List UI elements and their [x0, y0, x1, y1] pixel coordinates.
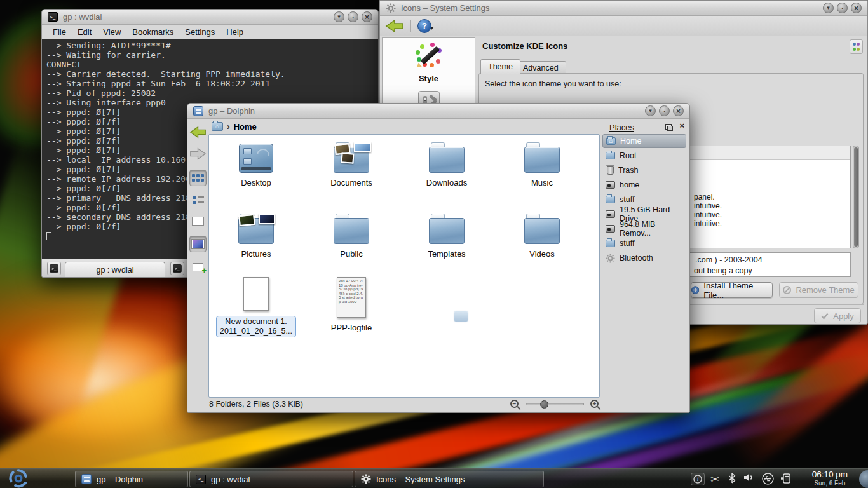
panel-cashew-icon[interactable]: [859, 470, 868, 488]
help-button[interactable]: [417, 19, 431, 33]
notifications-info-icon[interactable]: i: [691, 473, 705, 485]
folder-item[interactable]: Pictures: [212, 214, 301, 259]
install-theme-button[interactable]: Install Theme File...: [691, 282, 773, 298]
menu-file[interactable]: File: [47, 26, 72, 38]
folder-item[interactable]: Downloads: [402, 142, 491, 187]
zoom-out-icon[interactable]: −: [510, 400, 519, 408]
dolphin-window-title: gp – Dolphin: [208, 106, 255, 116]
drive-icon: [606, 210, 615, 218]
tab-theme[interactable]: Theme: [480, 59, 520, 74]
close-button[interactable]: [673, 105, 684, 116]
taskbar-task-dolphin[interactable]: gp – Dolphin: [75, 471, 188, 487]
menu-settings[interactable]: Settings: [179, 26, 220, 38]
select-theme-label: Select the icon theme you want to use:: [485, 79, 621, 88]
details-view-button[interactable]: [189, 191, 207, 208]
terminal-line: --> Waiting for carrier.: [46, 50, 378, 60]
klipper-scissors-icon[interactable]: ✂: [710, 473, 719, 486]
bluetooth-tray-icon[interactable]: [728, 473, 736, 484]
tab-list-button[interactable]: [170, 262, 184, 275]
scrollbar-thumb[interactable]: [854, 147, 858, 247]
folder-item[interactable]: Documents: [307, 142, 396, 187]
terminal-line: --> Carrier detected. Starting PPP immed…: [46, 69, 378, 79]
public-folder-icon: [334, 214, 369, 244]
close-button[interactable]: [851, 3, 862, 13]
zoom-slider-handle[interactable]: [540, 400, 548, 409]
new-tab-button[interactable]: [47, 262, 61, 275]
close-button[interactable]: [362, 11, 372, 22]
remove-theme-button[interactable]: Remove Theme: [779, 282, 858, 298]
konsole-tab[interactable]: gp : wvdial: [65, 262, 165, 277]
svg-text:i: i: [697, 476, 699, 482]
selected-file-label: New document 1. 2011_01_20_16_5...: [216, 316, 296, 337]
back-icon[interactable]: [189, 124, 207, 140]
konsole-menubar: File Edit View Bookmarks Settings Help: [42, 25, 378, 39]
minimize-button[interactable]: [334, 11, 344, 22]
konsole-titlebar[interactable]: gp : wvdial: [42, 10, 378, 25]
folder-view[interactable]: Desktop Documents Downloads Music: [208, 134, 600, 398]
menu-view[interactable]: View: [97, 26, 126, 38]
dolphin-app-icon: [193, 106, 203, 116]
places-item[interactable]: stuff: [602, 193, 686, 207]
folder-item[interactable]: Desktop: [212, 142, 301, 187]
menu-help[interactable]: Help: [220, 26, 249, 38]
icon-view-button[interactable]: [189, 170, 207, 186]
drive-icon: [606, 225, 615, 233]
apply-button[interactable]: Apply: [814, 308, 861, 323]
clock[interactable]: 06:10 pm Sun, 6 Feb: [812, 470, 848, 488]
terminal-line: CONNECT: [46, 60, 378, 69]
home-folder-icon[interactable]: [212, 122, 223, 131]
minimize-button[interactable]: [645, 105, 656, 116]
preview-image-icon: [192, 240, 204, 248]
places-item-home[interactable]: Home: [602, 134, 686, 148]
close-panel-icon[interactable]: ×: [679, 121, 684, 130]
columns-view-button[interactable]: [189, 213, 207, 229]
places-item[interactable]: Bluetooth: [602, 251, 686, 265]
preview-button[interactable]: [189, 236, 207, 252]
file-item[interactable]: Jan 17 09:4 7:18 gp-Asp ire-5738 pp pd[1…: [307, 277, 396, 332]
bluetooth-icon: [606, 254, 615, 263]
app-launcher-button[interactable]: [8, 468, 29, 488]
sidebar-item-style[interactable]: Style: [383, 42, 475, 111]
system-settings-toolbar: [380, 16, 867, 36]
dolphin-titlebar[interactable]: gp – Dolphin: [187, 104, 689, 119]
places-item[interactable]: Root: [602, 149, 686, 163]
tab-advanced[interactable]: Advanced: [515, 61, 566, 74]
document-file-icon: [243, 277, 269, 311]
zoom-slider[interactable]: [526, 403, 584, 405]
taskbar-task-konsole[interactable]: gp : wvdial: [189, 471, 353, 487]
konsole-tab-label: gp : wvdial: [96, 266, 133, 274]
maximize-button[interactable]: [837, 3, 848, 13]
breadcrumb-home[interactable]: Home: [234, 122, 257, 132]
status-text: 8 Folders, 2 Files (3.3 KiB): [209, 400, 303, 409]
folder-item[interactable]: Music: [498, 142, 587, 187]
places-item[interactable]: stuff: [602, 236, 686, 250]
help-grid-icon[interactable]: [850, 39, 863, 54]
zoom-in-icon[interactable]: +: [590, 400, 599, 408]
battery-icon[interactable]: [780, 473, 791, 484]
taskbar-task-system-settings[interactable]: Icons – System Settings: [355, 471, 544, 487]
menu-edit[interactable]: Edit: [72, 26, 97, 38]
maximize-button[interactable]: [348, 11, 358, 22]
system-settings-titlebar[interactable]: Icons – System Settings: [380, 1, 867, 16]
folder-item[interactable]: Public: [307, 214, 396, 259]
maximize-button[interactable]: [659, 105, 670, 116]
float-panel-icon[interactable]: [665, 124, 672, 130]
split-view-button[interactable]: [189, 259, 207, 275]
file-item-selected[interactable]: New document 1. 2011_01_20_16_5...: [212, 277, 301, 337]
forward-icon[interactable]: [189, 146, 207, 162]
places-item[interactable]: 964.8 MiB Remov...: [602, 222, 686, 236]
folder-item[interactable]: Videos: [498, 214, 587, 259]
minimize-button[interactable]: [823, 3, 834, 13]
folder-item[interactable]: Templates: [402, 214, 491, 259]
places-title: Places: [609, 123, 634, 132]
places-item[interactable]: 19.5 GiB Hard Drive: [602, 207, 686, 221]
menu-bookmarks[interactable]: Bookmarks: [126, 26, 179, 38]
list-scrollbar[interactable]: [853, 146, 859, 248]
breadcrumb-separator-icon: [227, 121, 230, 132]
back-icon[interactable]: [385, 18, 404, 34]
dolphin-toolbar: [187, 119, 208, 412]
volume-icon[interactable]: [743, 473, 754, 482]
places-item[interactable]: Trash: [602, 163, 686, 177]
device-notifier-usb-icon[interactable]: [762, 473, 774, 485]
places-item[interactable]: home: [602, 178, 686, 192]
